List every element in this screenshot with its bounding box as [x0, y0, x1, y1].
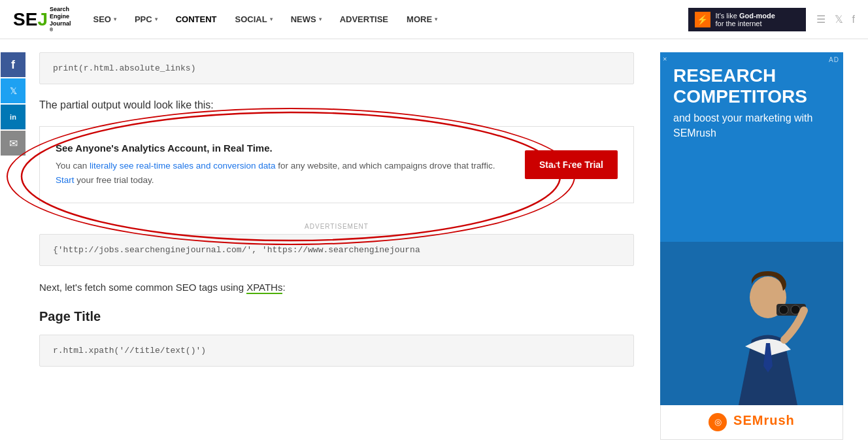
cta-description: You can literally see real-time sales an…	[56, 159, 505, 187]
code-block-3: r.html.xpath('//title/text()')	[39, 335, 634, 367]
cta-box: See Anyone's Analytics Account, in Real …	[39, 126, 634, 203]
next-section-text: Next, let's fetch some common SEO tags u…	[39, 279, 634, 296]
share-linkedin-button[interactable]: in	[1, 105, 25, 129]
nav-ppc-arrow: ▾	[155, 16, 158, 22]
semrush-logo-text: SEMrush	[733, 413, 795, 427]
semrush-logo-footer[interactable]: ◎ SEMrush	[660, 405, 843, 440]
share-email-button[interactable]: ✉	[1, 131, 25, 156]
header-social-icons: ☰ 𝕏 f	[816, 13, 855, 25]
xpaths-link[interactable]: XPATHs	[246, 282, 282, 294]
semrush-promo-banner[interactable]: ⚡ It's like God-mode for the internet	[688, 8, 806, 31]
nav-news-arrow: ▾	[319, 16, 322, 22]
nav-seo[interactable]: SEO ▾	[84, 0, 125, 39]
partial-output-heading: The partial output would look like this:	[39, 97, 634, 113]
ad-subtitle: and boost your marketing with SEMrush	[673, 111, 830, 141]
nav-ppc[interactable]: PPC ▾	[125, 0, 167, 39]
logo-text: SearchEngineJournal®	[50, 6, 71, 33]
nav-advertise[interactable]: ADVERTISE	[331, 0, 397, 39]
cta-oval-container: See Anyone's Analytics Account, in Real …	[39, 126, 634, 203]
ad-illustration	[660, 242, 843, 405]
ad-inner-content: RESEARCH COMPETITORS and boost your mark…	[660, 52, 843, 242]
header-rss-icon[interactable]: ☰	[816, 13, 826, 25]
linkedin-icon: in	[10, 113, 16, 121]
ad-image-area	[660, 242, 843, 405]
header-right: ⚡ It's like God-mode for the internet ☰ …	[688, 8, 855, 31]
cta-literally-link[interactable]: literally see real-time sales and conver…	[90, 161, 275, 171]
left-social-sidebar: f 𝕏 in ✉	[0, 39, 26, 440]
ad-title: RESEARCH COMPETITORS	[673, 65, 830, 107]
site-logo[interactable]: SEJ SearchEngineJournal®	[13, 6, 71, 33]
nav-social-arrow: ▾	[270, 16, 273, 22]
page-title-heading: Page Title	[39, 309, 634, 324]
promo-text: It's like God-mode for the internet	[716, 12, 775, 27]
main-content: print(r.html.absolute_links) The partial…	[26, 39, 654, 440]
right-sidebar: Ad × RESEARCH COMPETITORS and boost your…	[654, 39, 856, 440]
nav-more[interactable]: MORE ▾	[397, 0, 446, 39]
page-body: f 𝕏 in ✉ print(r.html.absolute_links) Th…	[0, 39, 868, 440]
email-icon: ✉	[9, 137, 18, 150]
header-facebook-icon[interactable]: f	[852, 14, 855, 25]
share-facebook-button[interactable]: f	[1, 52, 25, 77]
promo-icon: ⚡	[695, 12, 710, 27]
start-free-trial-button[interactable]: Start Free Trial	[525, 150, 618, 179]
code-block-1: print(r.html.absolute_links)	[39, 52, 634, 84]
header-twitter-icon[interactable]: 𝕏	[835, 13, 843, 25]
cta-title: See Anyone's Analytics Account, in Real …	[56, 142, 505, 154]
nav-content[interactable]: CONTENT	[167, 0, 226, 39]
logo-letters: SEJ	[13, 10, 48, 29]
facebook-icon: f	[11, 58, 15, 72]
ad-close-button[interactable]: ×	[663, 55, 667, 63]
ad-corner-label: Ad	[829, 56, 839, 63]
semrush-logo-icon: ◎	[709, 413, 727, 431]
main-nav: SEO ▾ PPC ▾ CONTENT SOCIAL ▾ NEWS ▾ ADVE…	[84, 0, 688, 39]
nav-news[interactable]: NEWS ▾	[282, 0, 331, 39]
svg-rect-5	[779, 305, 788, 314]
code-block-2: {'http://jobs.searchenginejournal.com/',…	[39, 234, 634, 266]
nav-social[interactable]: SOCIAL ▾	[226, 0, 282, 39]
ad-container: Ad × RESEARCH COMPETITORS and boost your…	[660, 52, 843, 440]
site-header: SEJ SearchEngineJournal® SEO ▾ PPC ▾ CON…	[0, 0, 868, 39]
cta-start-link[interactable]: Start	[56, 175, 75, 185]
nav-more-arrow: ▾	[435, 16, 437, 22]
twitter-icon: 𝕏	[10, 86, 17, 96]
nav-seo-arrow: ▾	[114, 16, 116, 22]
cta-text-area: See Anyone's Analytics Account, in Real …	[56, 142, 505, 187]
share-twitter-button[interactable]: 𝕏	[1, 78, 25, 103]
advertisement-label: ADVERTISEMENT	[39, 223, 634, 230]
semrush-ad-box[interactable]: Ad × RESEARCH COMPETITORS and boost your…	[660, 52, 843, 405]
